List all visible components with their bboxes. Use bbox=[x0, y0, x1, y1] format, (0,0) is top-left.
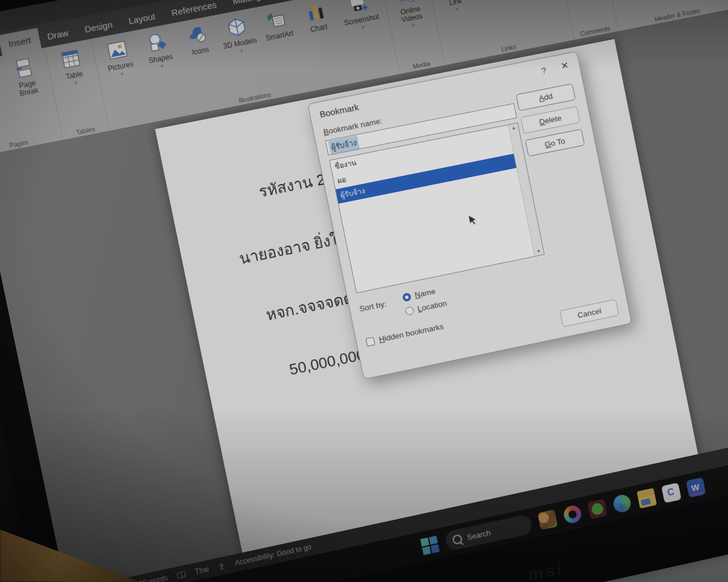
goto-button[interactable]: Go To bbox=[525, 129, 585, 157]
chevron-down-icon: ˅ bbox=[361, 24, 365, 31]
laptop-screen: Home Insert Draw Design Layout Reference… bbox=[0, 0, 728, 582]
radio-selected-icon bbox=[402, 292, 412, 302]
3d-models-button[interactable]: 3D Models ˅ bbox=[218, 13, 259, 57]
sort-name-label: Name bbox=[414, 287, 436, 300]
table-label: Table bbox=[65, 70, 83, 81]
chevron-down-icon: ˅ bbox=[411, 22, 416, 29]
microsoft-365-icon[interactable] bbox=[562, 504, 583, 525]
page-break-label: Page Break bbox=[9, 78, 47, 100]
sort-by-label: Sort by: bbox=[359, 299, 387, 313]
shapes-button[interactable]: Shapes ˅ bbox=[138, 28, 180, 72]
selected-text: ผู้รับจ้าง bbox=[328, 135, 360, 154]
delete-button[interactable]: Delete bbox=[520, 106, 580, 134]
icons-button[interactable]: Icons bbox=[178, 21, 218, 58]
chart-label: Chart bbox=[310, 23, 328, 34]
hidden-bookmarks-checkbox[interactable]: Hidden bookmarks bbox=[365, 322, 444, 347]
msi-logo: msi bbox=[526, 558, 566, 582]
sort-location-label: Location bbox=[417, 299, 448, 313]
hidden-bookmarks-label: Hidden bookmarks bbox=[378, 322, 444, 344]
scroll-down-icon[interactable]: ▼ bbox=[536, 248, 542, 254]
smartart-icon bbox=[264, 7, 288, 32]
chevron-down-icon: ˅ bbox=[239, 48, 244, 54]
help-icon[interactable]: ? bbox=[541, 65, 547, 76]
chevron-down-icon: ˅ bbox=[160, 63, 164, 70]
bookmark-button[interactable]: Bookmark bbox=[472, 0, 512, 1]
page-break-button[interactable]: Page Break bbox=[4, 54, 47, 100]
word-count[interactable]: 19 words bbox=[138, 574, 168, 582]
checkbox-icon bbox=[365, 336, 375, 346]
shapes-icon bbox=[145, 30, 170, 55]
bookmark-dialog: Bookmark ? ✕ Bookmark name: ผู้รับจ้าง ช… bbox=[307, 51, 632, 380]
smartart-button[interactable]: SmartArt bbox=[257, 5, 297, 43]
cross-reference-label: Cross-reference bbox=[516, 0, 558, 1]
language-indicator[interactable]: Thai bbox=[194, 565, 209, 576]
online-videos-label: Online Videos bbox=[393, 4, 430, 25]
bookmark-label: Bookmark bbox=[478, 0, 511, 1]
search-label: Search bbox=[466, 528, 491, 542]
chart-button[interactable]: Chart bbox=[296, 0, 337, 35]
file-explorer-icon[interactable] bbox=[637, 488, 657, 508]
blank-page-button[interactable]: Blank Page bbox=[0, 61, 7, 107]
start-button[interactable] bbox=[420, 536, 440, 555]
page-break-icon bbox=[11, 55, 36, 81]
search-icon bbox=[452, 534, 463, 545]
cancel-button[interactable]: Cancel bbox=[560, 299, 619, 327]
widgets-icon[interactable] bbox=[538, 509, 558, 530]
pictures-icon bbox=[105, 37, 130, 63]
3d-models-icon bbox=[225, 14, 249, 40]
table-icon bbox=[58, 46, 83, 72]
close-icon[interactable]: ✕ bbox=[560, 59, 570, 72]
radio-unselected-icon bbox=[405, 306, 414, 315]
cross-reference-button[interactable]: Cross-reference bbox=[511, 0, 558, 1]
chart-icon bbox=[304, 0, 328, 25]
line-icon[interactable] bbox=[587, 499, 607, 519]
chevron-down-icon: ˅ bbox=[120, 71, 124, 77]
accessibility-icon bbox=[217, 561, 227, 571]
word-icon[interactable] bbox=[686, 477, 706, 498]
pictures-button[interactable]: Pictures ˅ bbox=[98, 36, 140, 80]
mouse-cursor bbox=[466, 213, 481, 227]
photo-of-laptop: msi Home Insert Draw Design Layout Refer… bbox=[0, 0, 728, 582]
icons-icon bbox=[185, 22, 209, 48]
chevron-down-icon: ˅ bbox=[74, 80, 78, 86]
clipchamp-icon[interactable] bbox=[661, 482, 681, 503]
edge-icon[interactable] bbox=[612, 493, 632, 514]
link-button[interactable]: Link ˅ bbox=[434, 0, 474, 15]
screenshot-icon bbox=[346, 0, 370, 17]
proofing-book-icon[interactable] bbox=[176, 570, 186, 580]
chevron-down-icon: ˅ bbox=[455, 6, 459, 12]
dialog-title: Bookmark bbox=[319, 102, 360, 119]
sort-name-radio[interactable]: Name bbox=[402, 287, 436, 302]
scroll-up-icon[interactable]: ▲ bbox=[511, 125, 516, 131]
blank-page-label: Blank Page bbox=[0, 85, 7, 107]
link-label: Link bbox=[449, 0, 463, 7]
table-button[interactable]: Table ˅ bbox=[51, 45, 94, 89]
sort-location-radio[interactable]: Location bbox=[405, 299, 448, 316]
online-videos-button[interactable]: Online Videos ˅ bbox=[388, 0, 431, 31]
add-button[interactable]: Add bbox=[516, 83, 576, 111]
screenshot-button[interactable]: Screenshot ˅ bbox=[336, 0, 384, 34]
icons-label: Icons bbox=[191, 46, 210, 57]
